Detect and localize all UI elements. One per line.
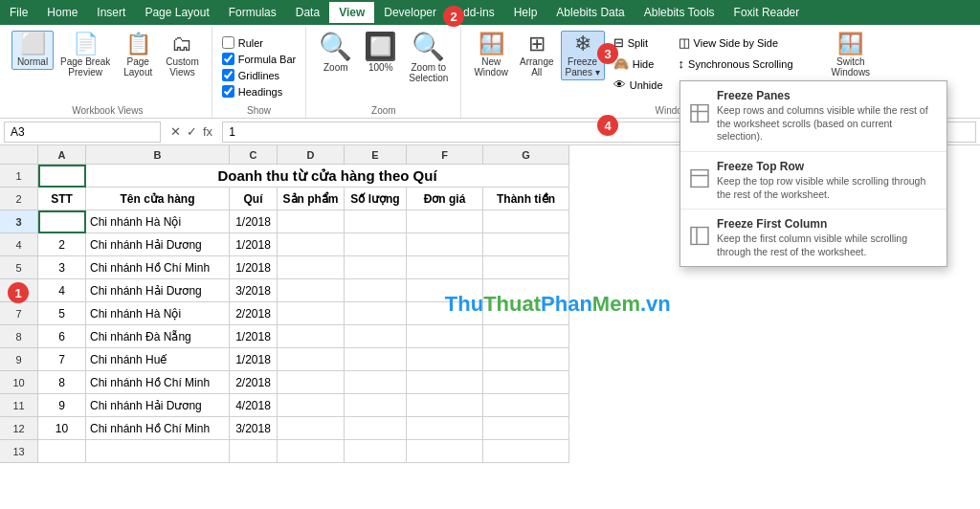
cell-d7[interactable]	[278, 302, 345, 325]
cell-f2[interactable]: Đơn giá	[407, 188, 483, 210]
cell-g6[interactable]	[483, 279, 569, 302]
col-header-g[interactable]: G	[483, 145, 569, 165]
headings-check[interactable]	[222, 85, 234, 98]
menu-home[interactable]: Home	[37, 2, 87, 23]
cell-b13[interactable]	[86, 440, 230, 463]
cell-e3[interactable]	[345, 210, 407, 233]
row-num-3[interactable]: 3	[0, 210, 38, 233]
menu-file[interactable]: File	[0, 2, 37, 23]
cell-f13[interactable]	[407, 440, 483, 463]
cell-f4[interactable]	[407, 233, 483, 256]
cell-a12[interactable]: 10	[38, 417, 86, 440]
cell-d5[interactable]	[278, 256, 345, 279]
menu-ablebits-tools[interactable]: Ablebits Tools	[635, 2, 724, 23]
freeze-first-col-option[interactable]: Freeze First Column Keep the first colum…	[680, 210, 947, 266]
cell-d10[interactable]	[278, 371, 345, 394]
cancel-icon[interactable]: ✕	[170, 124, 181, 139]
confirm-icon[interactable]: ✓	[187, 124, 197, 139]
headings-checkbox[interactable]: Headings	[222, 85, 297, 98]
col-header-b[interactable]: B	[86, 145, 230, 165]
custom-views-button[interactable]: 🗂 CustomViews	[161, 31, 203, 80]
cell-c6[interactable]: 3/2018	[230, 279, 278, 302]
cell-e11[interactable]	[345, 394, 407, 417]
cell-g12[interactable]	[483, 417, 569, 440]
unhide-button[interactable]: 👁 Unhide	[607, 75, 670, 95]
cell-b10[interactable]: Chi nhánh Hồ Chí Minh	[86, 371, 230, 394]
cell-e7[interactable]	[345, 302, 407, 325]
menu-data[interactable]: Data	[286, 2, 329, 23]
name-box[interactable]	[4, 122, 161, 143]
cell-g5[interactable]	[483, 256, 569, 279]
freeze-top-row-option[interactable]: Freeze Top Row Keep the top row visible …	[680, 152, 947, 210]
cell-a11[interactable]: 9	[38, 394, 86, 417]
col-header-c[interactable]: C	[230, 145, 278, 165]
cell-a7[interactable]: 5	[38, 302, 86, 325]
cell-b4[interactable]: Chi nhánh Hải Dương	[86, 233, 230, 256]
cell-f8[interactable]	[407, 325, 483, 348]
cell-d13[interactable]	[278, 440, 345, 463]
cell-c2[interactable]: Quí	[230, 188, 278, 210]
zoom-selection-button[interactable]: 🔍 Zoom toSelection	[404, 31, 453, 86]
row-num-2[interactable]: 2	[0, 188, 38, 210]
cell-c13[interactable]	[230, 440, 278, 463]
normal-button[interactable]: ⬜ Normal	[11, 31, 54, 70]
row-num-13[interactable]: 13	[0, 440, 38, 463]
formula-bar-check[interactable]	[222, 53, 234, 65]
cell-a3[interactable]	[38, 210, 86, 233]
new-window-button[interactable]: 🪟 NewWindow	[469, 31, 513, 80]
col-header-a[interactable]: A	[38, 145, 86, 165]
cell-a1[interactable]	[38, 165, 86, 188]
cell-e6[interactable]	[345, 279, 407, 302]
formula-bar-checkbox[interactable]: Formula Bar	[222, 53, 297, 65]
cell-e13[interactable]	[345, 440, 407, 463]
cell-b3[interactable]: Chi nhánh Hà Nội	[86, 210, 230, 233]
cell-e5[interactable]	[345, 256, 407, 279]
cell-b12[interactable]: Chi nhánh Hồ Chí Minh	[86, 417, 230, 440]
cell-b6[interactable]: Chi nhánh Hải Dương	[86, 279, 230, 302]
cell-a4[interactable]: 2	[38, 233, 86, 256]
cell-g10[interactable]	[483, 371, 569, 394]
cell-d3[interactable]	[278, 210, 345, 233]
function-icon[interactable]: fx	[203, 124, 212, 139]
cell-c3[interactable]: 1/2018	[230, 210, 278, 233]
ruler-checkbox[interactable]: Ruler	[222, 36, 297, 49]
cell-g8[interactable]	[483, 325, 569, 348]
cell-b2[interactable]: Tên cửa hàng	[86, 188, 230, 210]
menu-help[interactable]: Help	[504, 2, 547, 23]
row-num-11[interactable]: 11	[0, 394, 38, 417]
cell-a8[interactable]: 6	[38, 325, 86, 348]
cell-c12[interactable]: 3/2018	[230, 417, 278, 440]
cell-e2[interactable]: Số lượng	[345, 188, 407, 210]
cell-e4[interactable]	[345, 233, 407, 256]
row-num-9[interactable]: 9	[0, 348, 38, 371]
cell-f12[interactable]	[407, 417, 483, 440]
cell-c9[interactable]: 1/2018	[230, 348, 278, 371]
cell-a6[interactable]: 4	[38, 279, 86, 302]
row-num-4[interactable]: 4	[0, 233, 38, 256]
zoom-100-button[interactable]: 🔲 100%	[359, 31, 402, 76]
cell-g9[interactable]	[483, 348, 569, 371]
cell-d11[interactable]	[278, 394, 345, 417]
cell-g11[interactable]	[483, 394, 569, 417]
cell-b9[interactable]: Chi nhánh Huế	[86, 348, 230, 371]
cell-c5[interactable]: 1/2018	[230, 256, 278, 279]
cell-e10[interactable]	[345, 371, 407, 394]
cell-d2[interactable]: Sản phẩm	[278, 188, 345, 210]
cell-b8[interactable]: Chi nhánh Đà Nẵng	[86, 325, 230, 348]
view-side-by-side-button[interactable]: ◫ View Side by Side	[672, 33, 825, 53]
cell-c7[interactable]: 2/2018	[230, 302, 278, 325]
cell-d12[interactable]	[278, 417, 345, 440]
ruler-check[interactable]	[222, 36, 234, 49]
col-header-d[interactable]: D	[278, 145, 345, 165]
cell-c11[interactable]: 4/2018	[230, 394, 278, 417]
row-num-10[interactable]: 10	[0, 371, 38, 394]
menu-formulas[interactable]: Formulas	[219, 2, 286, 23]
cell-d8[interactable]	[278, 325, 345, 348]
cell-e12[interactable]	[345, 417, 407, 440]
cell-f3[interactable]	[407, 210, 483, 233]
cell-d9[interactable]	[278, 348, 345, 371]
sync-scrolling-button[interactable]: ↕ Synchronous Scrolling	[672, 54, 825, 74]
cell-d4[interactable]	[278, 233, 345, 256]
page-layout-button[interactable]: 📋 PageLayout	[117, 31, 159, 80]
col-header-e[interactable]: E	[345, 145, 407, 165]
